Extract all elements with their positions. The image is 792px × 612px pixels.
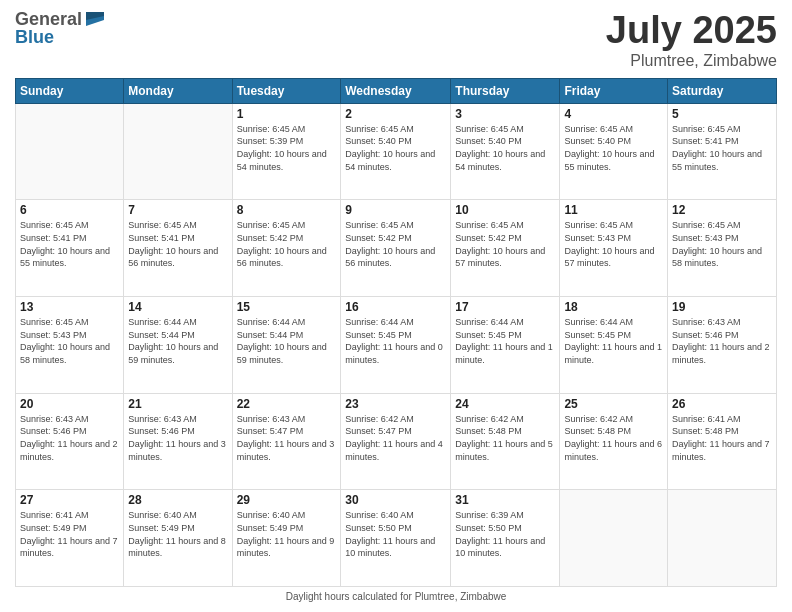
calendar-cell: 11Sunrise: 6:45 AM Sunset: 5:43 PM Dayli… <box>560 200 668 297</box>
calendar-header: SundayMondayTuesdayWednesdayThursdayFrid… <box>16 78 777 103</box>
logo-line2: Blue <box>15 28 106 46</box>
calendar-week-5: 27Sunrise: 6:41 AM Sunset: 5:49 PM Dayli… <box>16 490 777 587</box>
weekday-header-sunday: Sunday <box>16 78 124 103</box>
logo-flag-icon <box>84 10 106 28</box>
day-info: Sunrise: 6:40 AM Sunset: 5:49 PM Dayligh… <box>237 509 337 559</box>
calendar-cell: 25Sunrise: 6:42 AM Sunset: 5:48 PM Dayli… <box>560 393 668 490</box>
calendar-cell: 5Sunrise: 6:45 AM Sunset: 5:41 PM Daylig… <box>668 103 777 200</box>
logo-text-wrapper: General Blue <box>15 10 106 46</box>
day-info: Sunrise: 6:45 AM Sunset: 5:39 PM Dayligh… <box>237 123 337 173</box>
day-number: 29 <box>237 493 337 507</box>
day-info: Sunrise: 6:42 AM Sunset: 5:47 PM Dayligh… <box>345 413 446 463</box>
day-info: Sunrise: 6:45 AM Sunset: 5:42 PM Dayligh… <box>237 219 337 269</box>
weekday-header-row: SundayMondayTuesdayWednesdayThursdayFrid… <box>16 78 777 103</box>
day-info: Sunrise: 6:45 AM Sunset: 5:43 PM Dayligh… <box>20 316 119 366</box>
calendar-body: 1Sunrise: 6:45 AM Sunset: 5:39 PM Daylig… <box>16 103 777 586</box>
calendar-cell <box>560 490 668 587</box>
calendar-week-3: 13Sunrise: 6:45 AM Sunset: 5:43 PM Dayli… <box>16 297 777 394</box>
calendar-cell: 7Sunrise: 6:45 AM Sunset: 5:41 PM Daylig… <box>124 200 232 297</box>
calendar-cell: 20Sunrise: 6:43 AM Sunset: 5:46 PM Dayli… <box>16 393 124 490</box>
day-number: 19 <box>672 300 772 314</box>
weekday-header-tuesday: Tuesday <box>232 78 341 103</box>
calendar-cell: 12Sunrise: 6:45 AM Sunset: 5:43 PM Dayli… <box>668 200 777 297</box>
day-info: Sunrise: 6:42 AM Sunset: 5:48 PM Dayligh… <box>564 413 663 463</box>
day-number: 28 <box>128 493 227 507</box>
weekday-header-thursday: Thursday <box>451 78 560 103</box>
day-info: Sunrise: 6:42 AM Sunset: 5:48 PM Dayligh… <box>455 413 555 463</box>
calendar-cell: 18Sunrise: 6:44 AM Sunset: 5:45 PM Dayli… <box>560 297 668 394</box>
day-info: Sunrise: 6:44 AM Sunset: 5:45 PM Dayligh… <box>345 316 446 366</box>
day-info: Sunrise: 6:45 AM Sunset: 5:40 PM Dayligh… <box>564 123 663 173</box>
day-number: 24 <box>455 397 555 411</box>
calendar-cell: 14Sunrise: 6:44 AM Sunset: 5:44 PM Dayli… <box>124 297 232 394</box>
calendar-cell: 29Sunrise: 6:40 AM Sunset: 5:49 PM Dayli… <box>232 490 341 587</box>
day-number: 23 <box>345 397 446 411</box>
day-info: Sunrise: 6:45 AM Sunset: 5:40 PM Dayligh… <box>345 123 446 173</box>
weekday-header-friday: Friday <box>560 78 668 103</box>
calendar-cell: 27Sunrise: 6:41 AM Sunset: 5:49 PM Dayli… <box>16 490 124 587</box>
day-number: 22 <box>237 397 337 411</box>
calendar-cell: 24Sunrise: 6:42 AM Sunset: 5:48 PM Dayli… <box>451 393 560 490</box>
day-number: 3 <box>455 107 555 121</box>
day-number: 6 <box>20 203 119 217</box>
day-number: 16 <box>345 300 446 314</box>
calendar-cell: 22Sunrise: 6:43 AM Sunset: 5:47 PM Dayli… <box>232 393 341 490</box>
calendar-cell: 9Sunrise: 6:45 AM Sunset: 5:42 PM Daylig… <box>341 200 451 297</box>
day-number: 5 <box>672 107 772 121</box>
day-info: Sunrise: 6:45 AM Sunset: 5:41 PM Dayligh… <box>20 219 119 269</box>
calendar-cell: 10Sunrise: 6:45 AM Sunset: 5:42 PM Dayli… <box>451 200 560 297</box>
calendar-cell: 19Sunrise: 6:43 AM Sunset: 5:46 PM Dayli… <box>668 297 777 394</box>
day-number: 12 <box>672 203 772 217</box>
logo: General Blue <box>15 10 106 46</box>
day-info: Sunrise: 6:45 AM Sunset: 5:40 PM Dayligh… <box>455 123 555 173</box>
calendar-table: SundayMondayTuesdayWednesdayThursdayFrid… <box>15 78 777 587</box>
day-info: Sunrise: 6:40 AM Sunset: 5:50 PM Dayligh… <box>345 509 446 559</box>
day-info: Sunrise: 6:44 AM Sunset: 5:44 PM Dayligh… <box>237 316 337 366</box>
day-number: 1 <box>237 107 337 121</box>
day-number: 31 <box>455 493 555 507</box>
calendar-cell: 16Sunrise: 6:44 AM Sunset: 5:45 PM Dayli… <box>341 297 451 394</box>
logo-blue: Blue <box>15 27 54 47</box>
day-number: 30 <box>345 493 446 507</box>
day-info: Sunrise: 6:44 AM Sunset: 5:45 PM Dayligh… <box>564 316 663 366</box>
day-info: Sunrise: 6:43 AM Sunset: 5:47 PM Dayligh… <box>237 413 337 463</box>
day-info: Sunrise: 6:39 AM Sunset: 5:50 PM Dayligh… <box>455 509 555 559</box>
day-info: Sunrise: 6:40 AM Sunset: 5:49 PM Dayligh… <box>128 509 227 559</box>
day-info: Sunrise: 6:41 AM Sunset: 5:49 PM Dayligh… <box>20 509 119 559</box>
day-info: Sunrise: 6:44 AM Sunset: 5:45 PM Dayligh… <box>455 316 555 366</box>
calendar-cell: 1Sunrise: 6:45 AM Sunset: 5:39 PM Daylig… <box>232 103 341 200</box>
calendar-cell: 26Sunrise: 6:41 AM Sunset: 5:48 PM Dayli… <box>668 393 777 490</box>
day-number: 2 <box>345 107 446 121</box>
day-number: 27 <box>20 493 119 507</box>
day-info: Sunrise: 6:45 AM Sunset: 5:41 PM Dayligh… <box>672 123 772 173</box>
logo-general: General <box>15 10 82 28</box>
calendar-cell: 4Sunrise: 6:45 AM Sunset: 5:40 PM Daylig… <box>560 103 668 200</box>
day-number: 4 <box>564 107 663 121</box>
day-number: 18 <box>564 300 663 314</box>
calendar-cell: 8Sunrise: 6:45 AM Sunset: 5:42 PM Daylig… <box>232 200 341 297</box>
day-number: 21 <box>128 397 227 411</box>
weekday-header-monday: Monday <box>124 78 232 103</box>
day-number: 14 <box>128 300 227 314</box>
day-info: Sunrise: 6:41 AM Sunset: 5:48 PM Dayligh… <box>672 413 772 463</box>
day-number: 9 <box>345 203 446 217</box>
calendar-cell <box>124 103 232 200</box>
weekday-header-wednesday: Wednesday <box>341 78 451 103</box>
header: General Blue July 2025 Plumtree, Zimbabw… <box>15 10 777 70</box>
calendar-cell: 23Sunrise: 6:42 AM Sunset: 5:47 PM Dayli… <box>341 393 451 490</box>
calendar-week-4: 20Sunrise: 6:43 AM Sunset: 5:46 PM Dayli… <box>16 393 777 490</box>
day-info: Sunrise: 6:45 AM Sunset: 5:42 PM Dayligh… <box>455 219 555 269</box>
day-number: 8 <box>237 203 337 217</box>
calendar-cell: 15Sunrise: 6:44 AM Sunset: 5:44 PM Dayli… <box>232 297 341 394</box>
calendar-cell: 21Sunrise: 6:43 AM Sunset: 5:46 PM Dayli… <box>124 393 232 490</box>
day-number: 13 <box>20 300 119 314</box>
month-title: July 2025 <box>606 10 777 52</box>
calendar-cell: 30Sunrise: 6:40 AM Sunset: 5:50 PM Dayli… <box>341 490 451 587</box>
day-info: Sunrise: 6:43 AM Sunset: 5:46 PM Dayligh… <box>672 316 772 366</box>
calendar-cell <box>668 490 777 587</box>
calendar-week-1: 1Sunrise: 6:45 AM Sunset: 5:39 PM Daylig… <box>16 103 777 200</box>
title-area: July 2025 Plumtree, Zimbabwe <box>606 10 777 70</box>
day-number: 17 <box>455 300 555 314</box>
calendar-cell: 13Sunrise: 6:45 AM Sunset: 5:43 PM Dayli… <box>16 297 124 394</box>
calendar-week-2: 6Sunrise: 6:45 AM Sunset: 5:41 PM Daylig… <box>16 200 777 297</box>
